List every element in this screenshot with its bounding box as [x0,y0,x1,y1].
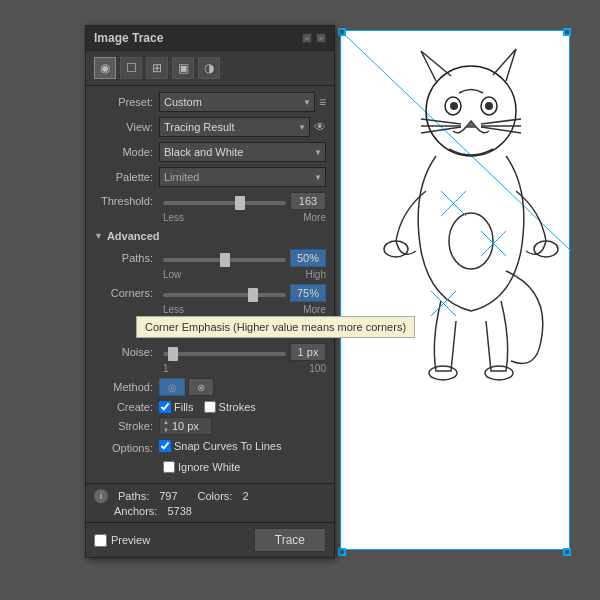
corners-tooltip: Corner Emphasis (Higher value means more… [136,316,415,338]
threshold-min-label: Less [163,212,184,223]
svg-line-0 [341,31,571,251]
method-row: Method: ◎ ⊗ [94,378,326,396]
paths-label: Paths: [94,252,159,264]
stroke-up-arrow[interactable]: ▲ [163,418,169,426]
info-icon[interactable]: i [94,489,108,503]
anchors-stat-label: Anchors: [114,505,157,517]
paths-row: Paths: [94,249,326,267]
paths-stat-label: Paths: [118,490,149,502]
svg-point-14 [485,366,513,380]
corners-minmax: Less More [94,304,326,315]
corners-value[interactable] [290,284,326,302]
method-btn-2[interactable]: ⊗ [188,378,214,396]
ignore-white-item[interactable]: Ignore White [163,461,316,473]
corners-row: Corners: [94,284,326,302]
stroke-value-input[interactable] [172,420,208,432]
noise-value[interactable] [290,343,326,361]
advanced-section-header[interactable]: ▼ Advanced [94,227,326,245]
paths-minmax: Low High [94,269,326,280]
fills-checkbox[interactable] [159,401,171,413]
paths-slider[interactable] [163,258,286,262]
image-trace-panel: Image Trace « » ◉ ☐ ⊞ ▣ ◑ Preset: Custom… [85,25,335,558]
corner-handle-bl[interactable] [338,548,346,556]
stroke-row: Stroke: ▲ ▼ [94,417,326,435]
toolbar-icon-rotate[interactable]: ◑ [198,57,220,79]
noise-minmax: 1 100 [94,363,326,374]
noise-max-label: 100 [309,363,326,374]
snap-curves-checkbox[interactable] [159,440,171,452]
noise-row: Noise: [94,343,326,361]
svg-point-13 [429,366,457,380]
panel-titlebar: Image Trace « » [86,26,334,51]
threshold-max-label: More [303,212,326,223]
create-label: Create: [94,401,159,413]
bottom-bar: Preview Trace [86,522,334,557]
view-label: View: [94,121,159,133]
stroke-spinners: ▲ ▼ [163,418,169,434]
view-eye-icon[interactable]: 👁 [314,120,326,134]
view-select-wrapper: Tracing Result Source Image Outlines ▼ [159,117,310,137]
stroke-input-wrapper: ▲ ▼ [159,417,212,435]
mode-select[interactable]: Black and White Grayscale Color [159,142,326,162]
corner-handle-br[interactable] [563,548,571,556]
corners-max-label: More [303,304,326,315]
threshold-minmax: Less More [94,212,326,223]
strokes-checkbox[interactable] [204,401,216,413]
options-row: Options: Snap Curves To Lines [94,440,326,456]
strokes-checkbox-item[interactable]: Strokes [204,401,256,413]
preset-menu-icon[interactable]: ≡ [319,95,326,109]
corners-slider[interactable] [163,293,286,297]
preset-select[interactable]: Custom Default High Fidelity Photo Black… [159,92,315,112]
panel-title: Image Trace [94,31,163,45]
threshold-slider[interactable] [163,201,286,205]
view-row: View: Tracing Result Source Image Outlin… [94,117,326,137]
ignore-white-checkbox[interactable] [163,461,175,473]
preview-section: Preview [94,534,254,547]
stroke-label: Stroke: [94,420,159,432]
threshold-value[interactable] [290,192,326,210]
preset-row: Preset: Custom Default High Fidelity Pho… [94,92,326,112]
palette-select[interactable]: Limited Full Tone Automatic [159,167,326,187]
corner-handle-tl[interactable] [338,28,346,36]
icon-toolbar: ◉ ☐ ⊞ ▣ ◑ [86,51,334,86]
svg-point-5 [485,102,493,110]
fills-checkbox-item[interactable]: Fills [159,401,194,413]
paths-slider-container [163,252,286,264]
palette-label: Palette: [94,171,159,183]
options-label: Options: [94,442,159,454]
toolbar-icon-grid[interactable]: ⊞ [146,57,168,79]
view-select[interactable]: Tracing Result Source Image Outlines [159,117,310,137]
corners-label: Corners: [94,287,159,299]
snap-curves-item[interactable]: Snap Curves To Lines [159,440,281,452]
stats-row-2: Anchors: 5738 [94,505,326,517]
paths-value[interactable] [290,249,326,267]
corner-handle-tr[interactable] [563,28,571,36]
preview-checkbox[interactable] [94,534,107,547]
threshold-slider-container [163,195,286,207]
stroke-down-arrow[interactable]: ▼ [163,426,169,434]
paths-stat-value: 797 [159,490,177,502]
noise-slider-container [163,346,286,358]
toolbar-icon-image[interactable]: ☐ [120,57,142,79]
corners-slider-container [163,287,286,299]
anchors-stat-value: 5738 [167,505,191,517]
toolbar-icon-trace[interactable]: ◉ [94,57,116,79]
svg-point-4 [450,102,458,110]
options-checkboxes: Snap Curves To Lines [159,440,291,452]
svg-marker-6 [466,121,476,127]
svg-point-1 [426,66,516,156]
advanced-section-title: Advanced [107,230,160,242]
noise-slider[interactable] [163,352,286,356]
panel-collapse-btn[interactable]: « [302,33,312,43]
trace-button[interactable]: Trace [254,528,326,552]
corners-min-label: Less [163,304,184,315]
paths-max-label: High [305,269,326,280]
strokes-label: Strokes [219,401,256,413]
form-content: Preset: Custom Default High Fidelity Pho… [86,86,334,483]
toolbar-icon-adjust[interactable]: ▣ [172,57,194,79]
method-btn-1[interactable]: ◎ [159,378,185,396]
preset-label: Preset: [94,96,159,108]
preview-label: Preview [111,534,150,546]
stats-area: i Paths: 797 Colors: 2 Anchors: 5738 [86,483,334,522]
panel-close-btn[interactable]: » [316,33,326,43]
